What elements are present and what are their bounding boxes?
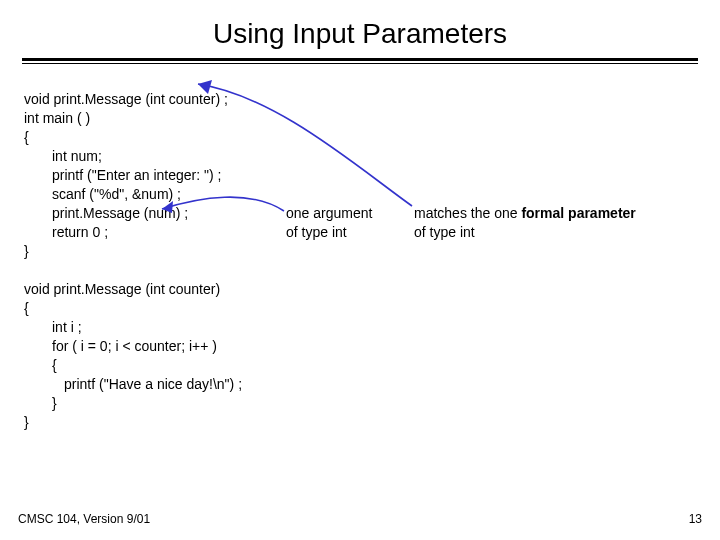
annotation-formal-parameter: matches the one formal parameter of type… [414,204,636,242]
code-line: printf ("Enter an integer: ") ; [24,166,696,185]
slide-title: Using Input Parameters [0,0,720,58]
code-line: void print.Message (int counter) [24,280,696,299]
code-line: { [24,128,696,147]
code-line: { [24,299,696,318]
code-line: } [24,394,696,413]
code-line: } [24,242,696,261]
annotation-line: of type int [286,223,372,242]
code-line: } [24,413,696,432]
code-line: int i ; [24,318,696,337]
code-line: int main ( ) [24,109,696,128]
annotation-line: one argument [286,204,372,223]
code-line: { [24,356,696,375]
annotation-line: matches the one formal parameter [414,204,636,223]
footer-course: CMSC 104, Version 9/01 [18,512,150,526]
annotation-line: of type int [414,223,636,242]
code-line: void print.Message (int counter) ; [24,90,696,109]
slide-number: 13 [689,512,702,526]
code-line: for ( i = 0; i < counter; i++ ) [24,337,696,356]
code-line: int num; [24,147,696,166]
code-line: scanf ("%d", &num) ; [24,185,696,204]
content-area: void print.Message (int counter) ; int m… [0,64,720,432]
code-line: printf ("Have a nice day!\n") ; [24,375,696,394]
annotation-one-argument: one argument of type int [286,204,372,242]
slide: Using Input Parameters void print.Messag… [0,0,720,540]
